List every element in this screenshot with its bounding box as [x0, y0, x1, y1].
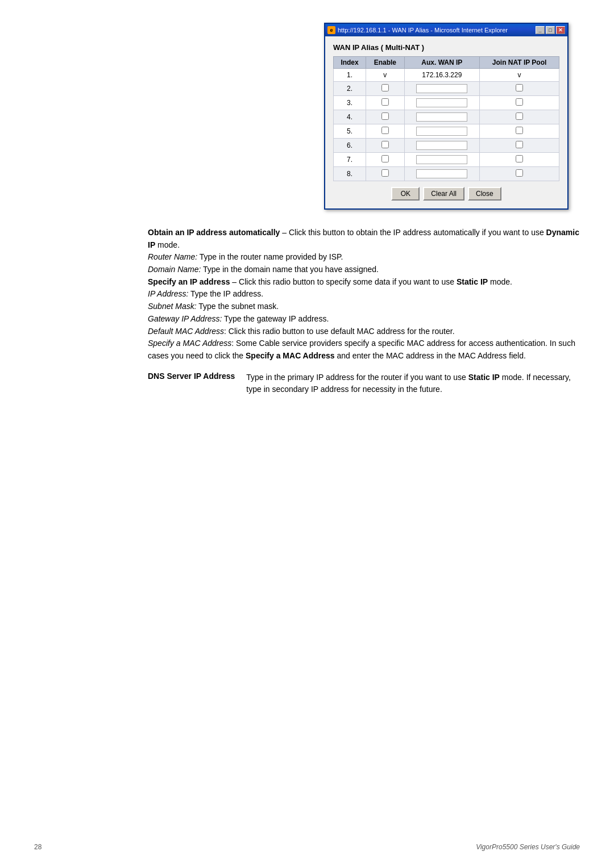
- cell-join-nat-1: v: [480, 69, 559, 82]
- text-subnet-mask: Subnet Mask: Type the subnet mask.: [148, 302, 279, 311]
- cell-enable-1: v: [366, 69, 404, 82]
- page: e http://192.168.1.1 - WAN IP Alias - Mi…: [0, 0, 614, 868]
- join-nat-checkbox-6[interactable]: [516, 141, 523, 148]
- cell-aux-wan-ip-7[interactable]: [404, 153, 480, 167]
- cell-index-7: 7.: [334, 153, 366, 167]
- cell-aux-wan-ip-1: 172.16.3.229: [404, 69, 480, 82]
- guide-name: VigorPro5500 Series User's Guide: [476, 843, 580, 851]
- col-header-enable: Enable: [366, 57, 404, 69]
- join-nat-checkbox-3[interactable]: [516, 98, 523, 106]
- join-nat-checkbox-8[interactable]: [516, 169, 523, 177]
- cell-aux-wan-ip-3[interactable]: [404, 96, 480, 110]
- enable-checkbox-5[interactable]: [381, 127, 389, 134]
- clear-all-button[interactable]: Clear All: [423, 187, 464, 201]
- cell-enable-3[interactable]: [366, 96, 404, 110]
- enable-checkbox-4[interactable]: [381, 112, 389, 120]
- cell-aux-wan-ip-4[interactable]: [404, 110, 480, 124]
- cell-join-nat-5[interactable]: [480, 124, 559, 139]
- aux-wan-ip-input-6[interactable]: [416, 141, 467, 150]
- ie-titlebar: e http://192.168.1.1 - WAN IP Alias - Mi…: [325, 24, 567, 36]
- table-row: 5.: [334, 124, 559, 139]
- join-nat-checkbox-4[interactable]: [516, 112, 523, 120]
- cell-enable-8[interactable]: [366, 167, 404, 181]
- aux-wan-ip-input-7[interactable]: [416, 155, 467, 164]
- close-dialog-button[interactable]: Close: [468, 187, 501, 201]
- page-footer: 28 VigorPro5500 Series User's Guide: [34, 843, 580, 851]
- cell-index-3: 3.: [334, 96, 366, 110]
- cell-index-2: 2.: [334, 82, 366, 96]
- table-header-row: Index Enable Aux. WAN IP Join NAT IP Poo…: [334, 57, 559, 69]
- cell-index-4: 4.: [334, 110, 366, 124]
- cell-index-1: 1.: [334, 69, 366, 82]
- minimize-button[interactable]: _: [536, 26, 545, 34]
- cell-enable-2[interactable]: [366, 82, 404, 96]
- cell-enable-7[interactable]: [366, 153, 404, 167]
- cell-aux-wan-ip-6[interactable]: [404, 139, 480, 153]
- titlebar-buttons: _ □ ✕: [536, 26, 565, 34]
- join-nat-checkbox-5[interactable]: [516, 127, 523, 134]
- bold-obtain-ip: Obtain an IP address automatically: [148, 228, 280, 237]
- dns-section: DNS Server IP Address Type in the primar…: [148, 372, 580, 396]
- titlebar-title: http://192.168.1.1 - WAN IP Alias - Micr…: [338, 27, 508, 34]
- cell-join-nat-3[interactable]: [480, 96, 559, 110]
- col-header-join-nat: Join NAT IP Pool: [480, 57, 559, 69]
- cell-join-nat-6[interactable]: [480, 139, 559, 153]
- table-row: 4.: [334, 110, 559, 124]
- table-row: 1. v 172.16.3.229 v: [334, 69, 559, 82]
- close-window-button[interactable]: ✕: [556, 26, 565, 34]
- enable-checkbox-6[interactable]: [381, 141, 389, 148]
- aux-wan-ip-input-8[interactable]: [416, 169, 467, 178]
- cell-join-nat-2[interactable]: [480, 82, 559, 96]
- content-paragraph-obtain-ip: Obtain an IP address automatically – Cli…: [148, 227, 580, 362]
- ie-icon: e: [327, 26, 335, 34]
- aux-wan-ip-input-4[interactable]: [416, 112, 467, 122]
- table-row: 6.: [334, 139, 559, 153]
- table-row: 2.: [334, 82, 559, 96]
- bold-static-ip-dns: Static IP: [468, 373, 500, 382]
- wan-ip-table: Index Enable Aux. WAN IP Join NAT IP Poo…: [333, 56, 559, 181]
- dns-text: Type in the primary IP address for the r…: [246, 372, 580, 396]
- enable-checkbox-2[interactable]: [381, 84, 389, 91]
- ie-window: e http://192.168.1.1 - WAN IP Alias - Mi…: [324, 23, 569, 210]
- aux-wan-ip-input-5[interactable]: [416, 127, 467, 136]
- dns-label: DNS Server IP Address: [148, 372, 235, 396]
- cell-join-nat-4[interactable]: [480, 110, 559, 124]
- main-content: Obtain an IP address automatically – Cli…: [34, 227, 580, 396]
- cell-index-5: 5.: [334, 124, 366, 139]
- cell-join-nat-7[interactable]: [480, 153, 559, 167]
- text-domain-name: Domain Name: Type in the domain name tha…: [148, 265, 379, 274]
- aux-wan-ip-input-2[interactable]: [416, 84, 467, 93]
- cell-enable-6[interactable]: [366, 139, 404, 153]
- cell-aux-wan-ip-8[interactable]: [404, 167, 480, 181]
- text-gateway-ip: Gateway IP Address: Type the gateway IP …: [148, 314, 329, 323]
- cell-join-nat-8[interactable]: [480, 167, 559, 181]
- cell-aux-wan-ip-5[interactable]: [404, 124, 480, 139]
- dialog-buttons: OK Clear All Close: [333, 187, 559, 201]
- cell-enable-5[interactable]: [366, 124, 404, 139]
- table-row: 3.: [334, 96, 559, 110]
- text-ip-address: IP Address: Type the IP address.: [148, 289, 263, 298]
- dialog-title: WAN IP Alias ( Multi-NAT ): [333, 43, 559, 52]
- page-number: 28: [34, 843, 42, 851]
- text-specify-mac: Specify a MAC Address: Some Cable servic…: [148, 339, 575, 360]
- table-row: 7.: [334, 153, 559, 167]
- enable-checkbox-8[interactable]: [381, 169, 389, 177]
- cell-enable-4[interactable]: [366, 110, 404, 124]
- titlebar-left: e http://192.168.1.1 - WAN IP Alias - Mi…: [327, 26, 536, 34]
- dialog-area: e http://192.168.1.1 - WAN IP Alias - Mi…: [34, 23, 580, 210]
- join-nat-checkbox-2[interactable]: [516, 84, 523, 91]
- aux-wan-ip-input-3[interactable]: [416, 98, 467, 107]
- enable-checkbox-7[interactable]: [381, 155, 389, 162]
- cell-index-6: 6.: [334, 139, 366, 153]
- restore-button[interactable]: □: [546, 26, 555, 34]
- col-header-aux-wan-ip: Aux. WAN IP: [404, 57, 480, 69]
- join-nat-checkbox-7[interactable]: [516, 155, 523, 162]
- ok-button[interactable]: OK: [391, 187, 420, 201]
- ie-content: WAN IP Alias ( Multi-NAT ) Index Enable …: [325, 36, 567, 208]
- text-router-name: Router Name: Type in the router name pro…: [148, 252, 343, 261]
- table-row: 8.: [334, 167, 559, 181]
- col-header-index: Index: [334, 57, 366, 69]
- text-default-mac: Default MAC Address: Click this radio bu…: [148, 327, 455, 336]
- enable-checkbox-3[interactable]: [381, 98, 389, 106]
- cell-aux-wan-ip-2[interactable]: [404, 82, 480, 96]
